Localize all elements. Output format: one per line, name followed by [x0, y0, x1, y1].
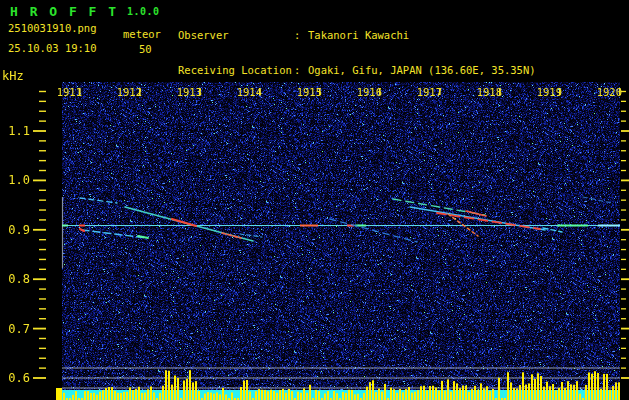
freq-minor-tick-right [621, 101, 626, 102]
activity-bar [72, 395, 74, 400]
activity-bar [315, 390, 317, 400]
activity-bar [87, 391, 89, 400]
freq-minor-tick [39, 111, 46, 112]
freq-major-tick [33, 377, 46, 379]
freq-major-tick [33, 328, 46, 330]
activity-bar [270, 390, 272, 400]
activity-bar [105, 388, 107, 400]
activity-bar [558, 388, 560, 400]
freq-minor-tick-right [621, 150, 626, 151]
activity-bar [90, 393, 92, 400]
activity-bar [414, 392, 416, 400]
freq-major-tick-right [621, 377, 629, 379]
activity-bar [309, 385, 311, 400]
activity-bar [150, 386, 152, 400]
hrofft-screenshot: H R O F F T 1.0.0 2510031910.png meteor … [0, 0, 629, 400]
activity-bar [159, 393, 161, 400]
activity-bar [267, 391, 269, 400]
freq-major-tick-right [621, 278, 629, 280]
meteor-echo-streak [222, 233, 241, 238]
activity-bar [585, 385, 587, 400]
activity-bar [444, 391, 446, 400]
activity-bar [411, 393, 413, 400]
freq-minor-tick-right [621, 308, 626, 309]
activity-bar [210, 393, 212, 400]
freq-minor-tick [39, 358, 46, 359]
freq-minor-tick-right [621, 239, 626, 240]
activity-bar [207, 392, 209, 400]
freq-major-tick [33, 278, 46, 280]
activity-bar [423, 386, 425, 400]
freq-minor-tick-right [621, 288, 626, 289]
activity-bar [555, 390, 557, 400]
activity-bar [600, 389, 602, 400]
activity-bar [198, 391, 200, 400]
activity-bar [567, 381, 569, 400]
activity-bar [456, 383, 458, 400]
activity-bar [240, 387, 242, 400]
activity-bar [279, 390, 281, 400]
freq-minor-tick-right [621, 318, 626, 319]
activity-bar [384, 384, 386, 400]
activity-bar [354, 394, 356, 400]
activity-bar [348, 390, 350, 400]
freq-major-tick [33, 130, 46, 132]
freq-minor-tick [39, 259, 46, 260]
activity-bar [303, 388, 305, 400]
activity-bar [507, 372, 509, 400]
freq-major-tick-right [621, 130, 629, 132]
freq-minor-tick-right [621, 111, 626, 112]
activity-bar [489, 391, 491, 400]
meteor-echo-streak [80, 198, 117, 203]
freq-major-tick-right [621, 180, 629, 182]
activity-bar [153, 392, 155, 400]
activity-bar [390, 388, 392, 400]
activity-bar [327, 391, 329, 400]
freq-minor-tick [39, 348, 46, 349]
activity-bar [213, 394, 215, 400]
activity-bar [438, 391, 440, 400]
activity-bar [117, 393, 119, 400]
activity-bar [513, 388, 515, 400]
activity-bar [318, 391, 320, 400]
freq-minor-tick-right [621, 120, 626, 121]
freq-minor-tick-right [621, 190, 626, 191]
time-axis-label: 1914 [237, 86, 262, 98]
meteor-echo-streak [583, 197, 612, 203]
activity-bar [546, 382, 548, 400]
activity-bar [573, 385, 575, 400]
activity-bar [189, 370, 191, 400]
time-axis-label: 1920 [597, 86, 622, 98]
activity-bar [543, 387, 545, 400]
time-axis-label: 1917 [417, 86, 442, 98]
activity-bar [603, 374, 605, 400]
activity-bar [129, 387, 131, 400]
meteor-echo-streak [466, 211, 486, 216]
freq-minor-tick [39, 269, 46, 270]
activity-bar [222, 388, 224, 400]
freq-minor-tick [39, 367, 46, 368]
activity-bar [264, 390, 266, 400]
activity-bar [570, 384, 572, 400]
activity-bar [357, 394, 359, 400]
activity-bar [216, 392, 218, 400]
meteor-echo-streak [80, 229, 84, 231]
activity-bar [510, 382, 512, 400]
activity-bar [402, 392, 404, 400]
activity-bar [522, 372, 524, 400]
freq-minor-tick-right [621, 160, 626, 161]
activity-bar [450, 392, 452, 400]
activity-bar [375, 392, 377, 400]
freq-major-tick [33, 229, 46, 231]
activity-bar [84, 391, 86, 400]
freq-minor-tick [39, 249, 46, 250]
activity-bar [609, 390, 611, 400]
activity-bar [342, 392, 344, 400]
activity-bar [540, 376, 542, 400]
activity-bar [612, 386, 614, 400]
activity-bar [396, 393, 398, 400]
activity-bar [99, 392, 101, 400]
meteor-echo-streak [240, 234, 262, 237]
activity-bar [108, 387, 110, 400]
meteor-echo-streak [330, 219, 417, 242]
